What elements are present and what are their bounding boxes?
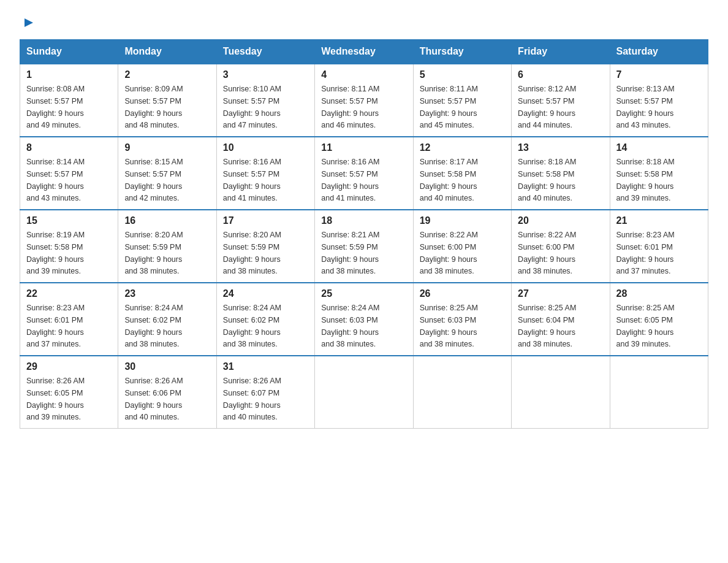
day-info: Sunrise: 8:24 AMSunset: 6:03 PMDaylight:…: [321, 304, 379, 348]
empty-cell: [413, 356, 511, 429]
day-info: Sunrise: 8:21 AMSunset: 5:59 PMDaylight:…: [321, 231, 379, 275]
calendar-day-cell: 11 Sunrise: 8:16 AMSunset: 5:57 PMDaylig…: [315, 137, 413, 210]
day-info: Sunrise: 8:14 AMSunset: 5:57 PMDaylight:…: [26, 158, 85, 202]
calendar-day-cell: 7 Sunrise: 8:13 AMSunset: 5:57 PMDayligh…: [610, 64, 708, 137]
day-info: Sunrise: 8:16 AMSunset: 5:57 PMDaylight:…: [321, 158, 379, 202]
day-number: 16: [124, 215, 210, 226]
day-number: 13: [518, 142, 603, 153]
calendar-day-cell: 24 Sunrise: 8:24 AMSunset: 6:02 PMDaylig…: [216, 283, 314, 356]
empty-cell: [512, 356, 610, 429]
day-info: Sunrise: 8:19 AMSunset: 5:58 PMDaylight:…: [26, 231, 85, 275]
logo: [20, 15, 36, 29]
calendar-day-cell: 16 Sunrise: 8:20 AMSunset: 5:59 PMDaylig…: [118, 210, 216, 283]
day-info: Sunrise: 8:22 AMSunset: 6:00 PMDaylight:…: [518, 231, 576, 275]
day-number: 27: [518, 288, 603, 299]
calendar-week-row: 8 Sunrise: 8:14 AMSunset: 5:57 PMDayligh…: [20, 137, 708, 210]
calendar-day-cell: 21 Sunrise: 8:23 AMSunset: 6:01 PMDaylig…: [610, 210, 708, 283]
day-info: Sunrise: 8:13 AMSunset: 5:57 PMDaylight:…: [616, 85, 675, 129]
calendar-day-cell: 20 Sunrise: 8:22 AMSunset: 6:00 PMDaylig…: [512, 210, 610, 283]
svg-marker-0: [25, 18, 33, 27]
day-info: Sunrise: 8:24 AMSunset: 6:02 PMDaylight:…: [124, 304, 183, 348]
day-info: Sunrise: 8:24 AMSunset: 6:02 PMDaylight:…: [223, 304, 281, 348]
calendar-day-cell: 10 Sunrise: 8:16 AMSunset: 5:57 PMDaylig…: [216, 137, 314, 210]
day-info: Sunrise: 8:10 AMSunset: 5:57 PMDaylight:…: [223, 85, 281, 129]
calendar-day-cell: 2 Sunrise: 8:09 AMSunset: 5:57 PMDayligh…: [118, 64, 216, 137]
day-number: 10: [223, 142, 308, 153]
day-info: Sunrise: 8:18 AMSunset: 5:58 PMDaylight:…: [518, 158, 576, 202]
day-info: Sunrise: 8:20 AMSunset: 5:59 PMDaylight:…: [124, 231, 183, 275]
calendar-day-cell: 18 Sunrise: 8:21 AMSunset: 5:59 PMDaylig…: [315, 210, 413, 283]
day-number: 11: [321, 142, 406, 153]
calendar-day-cell: 31 Sunrise: 8:26 AMSunset: 6:07 PMDaylig…: [216, 356, 314, 429]
day-number: 19: [420, 215, 505, 226]
day-number: 22: [26, 288, 112, 299]
calendar-week-row: 15 Sunrise: 8:19 AMSunset: 5:58 PMDaylig…: [20, 210, 708, 283]
day-number: 17: [223, 215, 308, 226]
day-number: 25: [321, 288, 406, 299]
day-info: Sunrise: 8:15 AMSunset: 5:57 PMDaylight:…: [124, 158, 183, 202]
day-number: 20: [518, 215, 603, 226]
calendar-header-row: SundayMondayTuesdayWednesdayThursdayFrid…: [20, 40, 708, 64]
day-number: 14: [616, 142, 702, 153]
calendar-day-cell: 9 Sunrise: 8:15 AMSunset: 5:57 PMDayligh…: [118, 137, 216, 210]
day-info: Sunrise: 8:20 AMSunset: 5:59 PMDaylight:…: [223, 231, 281, 275]
day-info: Sunrise: 8:12 AMSunset: 5:57 PMDaylight:…: [518, 85, 576, 129]
calendar-day-cell: 17 Sunrise: 8:20 AMSunset: 5:59 PMDaylig…: [216, 210, 314, 283]
day-info: Sunrise: 8:08 AMSunset: 5:57 PMDaylight:…: [26, 85, 85, 129]
day-number: 12: [420, 142, 505, 153]
calendar-day-cell: 29 Sunrise: 8:26 AMSunset: 6:05 PMDaylig…: [20, 356, 118, 429]
day-number: 28: [616, 288, 702, 299]
day-number: 4: [321, 69, 406, 80]
day-number: 15: [26, 215, 112, 226]
calendar-day-cell: 15 Sunrise: 8:19 AMSunset: 5:58 PMDaylig…: [20, 210, 118, 283]
day-number: 2: [124, 69, 210, 80]
day-info: Sunrise: 8:23 AMSunset: 6:01 PMDaylight:…: [616, 231, 675, 275]
day-info: Sunrise: 8:26 AMSunset: 6:06 PMDaylight:…: [124, 377, 183, 421]
day-number: 24: [223, 288, 308, 299]
weekday-header-monday: Monday: [118, 40, 216, 64]
empty-cell: [610, 356, 708, 429]
calendar-day-cell: 14 Sunrise: 8:18 AMSunset: 5:58 PMDaylig…: [610, 137, 708, 210]
calendar-day-cell: 12 Sunrise: 8:17 AMSunset: 5:58 PMDaylig…: [413, 137, 511, 210]
day-number: 29: [26, 361, 112, 372]
page-header: [20, 15, 708, 29]
day-number: 26: [420, 288, 505, 299]
calendar-day-cell: 13 Sunrise: 8:18 AMSunset: 5:58 PMDaylig…: [512, 137, 610, 210]
day-number: 23: [124, 288, 210, 299]
day-number: 5: [420, 69, 505, 80]
day-number: 18: [321, 215, 406, 226]
calendar-day-cell: 6 Sunrise: 8:12 AMSunset: 5:57 PMDayligh…: [512, 64, 610, 137]
calendar-day-cell: 22 Sunrise: 8:23 AMSunset: 6:01 PMDaylig…: [20, 283, 118, 356]
day-info: Sunrise: 8:25 AMSunset: 6:04 PMDaylight:…: [518, 304, 576, 348]
day-info: Sunrise: 8:23 AMSunset: 6:01 PMDaylight:…: [26, 304, 85, 348]
day-info: Sunrise: 8:09 AMSunset: 5:57 PMDaylight:…: [124, 85, 183, 129]
calendar-week-row: 22 Sunrise: 8:23 AMSunset: 6:01 PMDaylig…: [20, 283, 708, 356]
calendar-day-cell: 4 Sunrise: 8:11 AMSunset: 5:57 PMDayligh…: [315, 64, 413, 137]
weekday-header-tuesday: Tuesday: [216, 40, 314, 64]
day-number: 9: [124, 142, 210, 153]
weekday-header-friday: Friday: [512, 40, 610, 64]
calendar-day-cell: 19 Sunrise: 8:22 AMSunset: 6:00 PMDaylig…: [413, 210, 511, 283]
day-info: Sunrise: 8:11 AMSunset: 5:57 PMDaylight:…: [420, 85, 478, 129]
day-info: Sunrise: 8:16 AMSunset: 5:57 PMDaylight:…: [223, 158, 281, 202]
calendar-day-cell: 1 Sunrise: 8:08 AMSunset: 5:57 PMDayligh…: [20, 64, 118, 137]
calendar-day-cell: 3 Sunrise: 8:10 AMSunset: 5:57 PMDayligh…: [216, 64, 314, 137]
day-info: Sunrise: 8:26 AMSunset: 6:07 PMDaylight:…: [223, 377, 281, 421]
empty-cell: [315, 356, 413, 429]
day-number: 1: [26, 69, 112, 80]
weekday-header-sunday: Sunday: [20, 40, 118, 64]
logo-triangle-icon: [22, 16, 36, 29]
weekday-header-wednesday: Wednesday: [315, 40, 413, 64]
day-number: 3: [223, 69, 308, 80]
day-info: Sunrise: 8:26 AMSunset: 6:05 PMDaylight:…: [26, 377, 85, 421]
day-info: Sunrise: 8:22 AMSunset: 6:00 PMDaylight:…: [420, 231, 478, 275]
day-info: Sunrise: 8:25 AMSunset: 6:03 PMDaylight:…: [420, 304, 478, 348]
day-info: Sunrise: 8:11 AMSunset: 5:57 PMDaylight:…: [321, 85, 379, 129]
calendar-table: SundayMondayTuesdayWednesdayThursdayFrid…: [20, 39, 708, 429]
day-number: 7: [616, 69, 702, 80]
day-info: Sunrise: 8:17 AMSunset: 5:58 PMDaylight:…: [420, 158, 478, 202]
calendar-day-cell: 26 Sunrise: 8:25 AMSunset: 6:03 PMDaylig…: [413, 283, 511, 356]
day-number: 31: [223, 361, 308, 372]
day-number: 30: [124, 361, 210, 372]
day-info: Sunrise: 8:18 AMSunset: 5:58 PMDaylight:…: [616, 158, 675, 202]
